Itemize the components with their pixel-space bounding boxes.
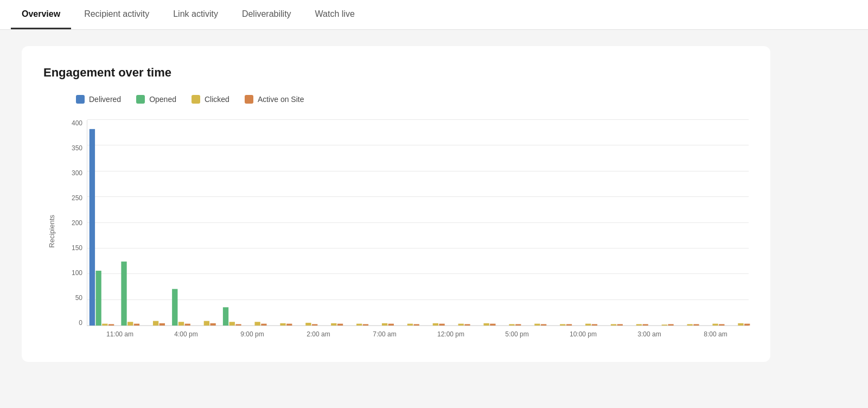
- bar: [566, 324, 572, 326]
- x-tick: 2:00 am: [285, 330, 352, 338]
- engagement-card: Engagement over time Delivered Opened Cl…: [22, 46, 770, 362]
- x-axis: 11:00 am4:00 pm9:00 pm2:00 am7:00 am12:0…: [87, 326, 749, 338]
- bar: [185, 324, 190, 326]
- bar: [337, 324, 343, 326]
- bar: [719, 324, 724, 326]
- tab-bar: Overview Recipient activity Link activit…: [0, 0, 868, 30]
- y-tick: 200: [72, 220, 82, 226]
- bar: [229, 322, 235, 326]
- x-tick: 11:00 am: [87, 330, 153, 338]
- bar: [134, 324, 139, 326]
- legend-opened-label: Opened: [149, 95, 176, 104]
- card-title: Engagement over time: [43, 66, 749, 80]
- legend-opened: Opened: [136, 95, 176, 104]
- tab-deliverability[interactable]: Deliverability: [231, 1, 302, 29]
- bar: [204, 321, 209, 326]
- active-swatch: [245, 95, 253, 104]
- y-tick: 0: [79, 320, 82, 326]
- bars-svg: [87, 120, 749, 326]
- bar: [464, 324, 470, 326]
- delivered-swatch: [76, 95, 85, 104]
- bar: [712, 324, 718, 326]
- tab-link-activity[interactable]: Link activity: [162, 1, 229, 29]
- bar: [382, 323, 387, 326]
- y-tick: 150: [72, 245, 82, 251]
- y-tick: 100: [72, 270, 82, 276]
- bar: [286, 324, 292, 326]
- legend-clicked: Clicked: [192, 95, 229, 104]
- bar: [363, 324, 368, 326]
- legend-active-on-site: Active on Site: [245, 95, 304, 104]
- legend-delivered: Delivered: [76, 95, 121, 104]
- bar: [121, 262, 126, 326]
- bar: [108, 324, 114, 326]
- bar: [744, 324, 750, 326]
- bar: [662, 324, 667, 326]
- bar: [388, 324, 394, 326]
- bar: [414, 324, 419, 326]
- x-tick: 3:00 am: [616, 330, 682, 338]
- bar: [255, 322, 260, 326]
- bar: [483, 323, 489, 326]
- bar: [305, 323, 311, 326]
- bar: [611, 324, 616, 326]
- bar: [636, 324, 642, 326]
- tab-overview[interactable]: Overview: [11, 1, 71, 29]
- bar: [235, 324, 241, 326]
- y-tick: 50: [75, 295, 82, 301]
- main-content: Engagement over time Delivered Opened Cl…: [0, 30, 868, 378]
- bar: [617, 324, 623, 326]
- x-tick: 7:00 am: [352, 330, 418, 338]
- bar: [592, 324, 597, 326]
- y-tick: 250: [72, 195, 82, 201]
- y-tick: 350: [72, 145, 82, 151]
- legend-clicked-label: Clicked: [205, 95, 229, 104]
- bar: [585, 324, 591, 326]
- chart-wrapper: Recipients 050100150200250300350400 11:0…: [43, 120, 749, 342]
- bar: [312, 324, 317, 326]
- bar: [642, 324, 648, 326]
- chart-legend: Delivered Opened Clicked Active on Site: [76, 95, 749, 104]
- bar: [693, 324, 699, 326]
- x-tick: 9:00 pm: [219, 330, 285, 338]
- bar: [515, 324, 521, 326]
- tab-recipient-activity[interactable]: Recipient activity: [73, 1, 160, 29]
- x-tick: 4:00 pm: [153, 330, 219, 338]
- legend-delivered-label: Delivered: [89, 95, 121, 104]
- bar: [95, 271, 101, 326]
- tab-watch-live[interactable]: Watch live: [304, 1, 366, 29]
- bar: [280, 323, 285, 326]
- chart-plot: [87, 120, 749, 326]
- chart-area: 11:00 am4:00 pm9:00 pm2:00 am7:00 am12:0…: [87, 120, 749, 342]
- clicked-swatch: [192, 95, 200, 104]
- y-axis-label-container: Recipients: [43, 120, 60, 342]
- legend-active-label: Active on Site: [258, 95, 304, 104]
- bar: [90, 129, 95, 326]
- bar: [541, 324, 546, 326]
- bar: [261, 324, 266, 326]
- bar: [153, 321, 158, 326]
- y-axis-label: Recipients: [48, 215, 56, 248]
- x-tick: 8:00 am: [682, 330, 749, 338]
- bar: [534, 324, 540, 326]
- bar: [210, 323, 215, 326]
- bar: [560, 324, 565, 326]
- bar: [439, 324, 444, 326]
- bar: [102, 324, 107, 326]
- bar: [356, 324, 362, 326]
- bar: [490, 324, 495, 326]
- y-tick: 300: [72, 170, 82, 176]
- x-tick: 5:00 pm: [484, 330, 550, 338]
- opened-swatch: [136, 95, 145, 104]
- x-tick: 12:00 pm: [418, 330, 484, 338]
- bar: [687, 324, 693, 326]
- bar: [159, 323, 165, 326]
- bar: [738, 323, 743, 326]
- bar: [407, 324, 413, 326]
- bar: [668, 324, 673, 326]
- bar: [509, 324, 514, 326]
- bar: [127, 322, 133, 326]
- bar: [223, 307, 228, 326]
- bar: [331, 323, 336, 326]
- bar: [433, 323, 438, 326]
